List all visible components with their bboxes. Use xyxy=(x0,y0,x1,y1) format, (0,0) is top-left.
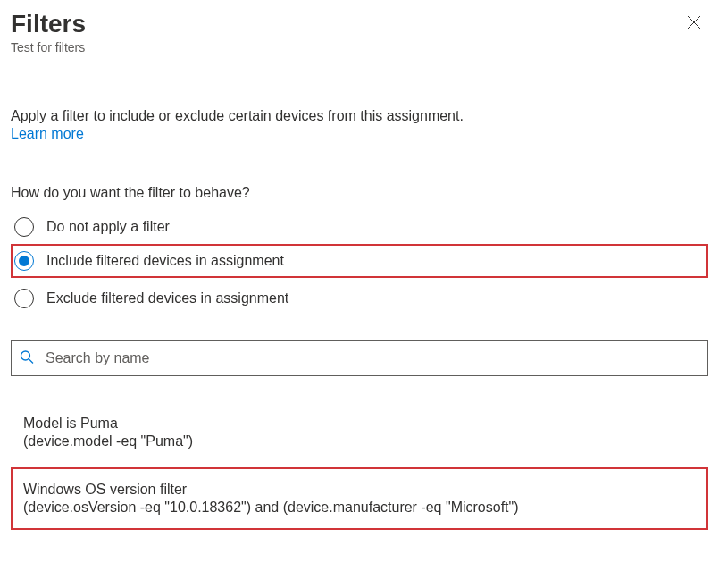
radio-icon xyxy=(14,251,34,271)
behavior-question: How do you want the filter to behave? xyxy=(11,185,708,201)
radio-option-none[interactable]: Do not apply a filter xyxy=(11,210,708,244)
behavior-radio-group: Do not apply a filter Include filtered d… xyxy=(11,210,708,315)
close-button[interactable] xyxy=(680,11,708,36)
filter-item[interactable]: Model is Puma (device.model -eq "Puma") xyxy=(11,407,708,458)
filter-name: Model is Puma xyxy=(23,416,696,432)
radio-icon xyxy=(14,289,34,308)
filter-item[interactable]: Windows OS version filter (device.osVers… xyxy=(11,467,708,530)
search-input[interactable] xyxy=(11,340,708,376)
close-icon xyxy=(687,13,701,33)
intro-text: Apply a filter to include or exclude cer… xyxy=(11,108,464,123)
radio-option-include[interactable]: Include filtered devices in assignment xyxy=(11,244,708,278)
radio-label-exclude: Exclude filtered devices in assignment xyxy=(46,290,288,307)
panel-title: Filters xyxy=(11,11,86,38)
radio-label-none: Do not apply a filter xyxy=(46,219,170,235)
filter-list: Model is Puma (device.model -eq "Puma") … xyxy=(11,407,708,530)
learn-more-link[interactable]: Learn more xyxy=(11,126,84,142)
radio-option-exclude[interactable]: Exclude filtered devices in assignment xyxy=(11,281,708,315)
radio-icon xyxy=(14,217,34,237)
filter-name: Windows OS version filter xyxy=(23,482,696,498)
panel-subtitle: Test for filters xyxy=(11,40,86,55)
radio-label-include: Include filtered devices in assignment xyxy=(46,253,284,269)
filter-rule: (device.osVersion -eq "10.0.18362") and … xyxy=(23,500,696,516)
filter-rule: (device.model -eq "Puma") xyxy=(23,433,696,449)
